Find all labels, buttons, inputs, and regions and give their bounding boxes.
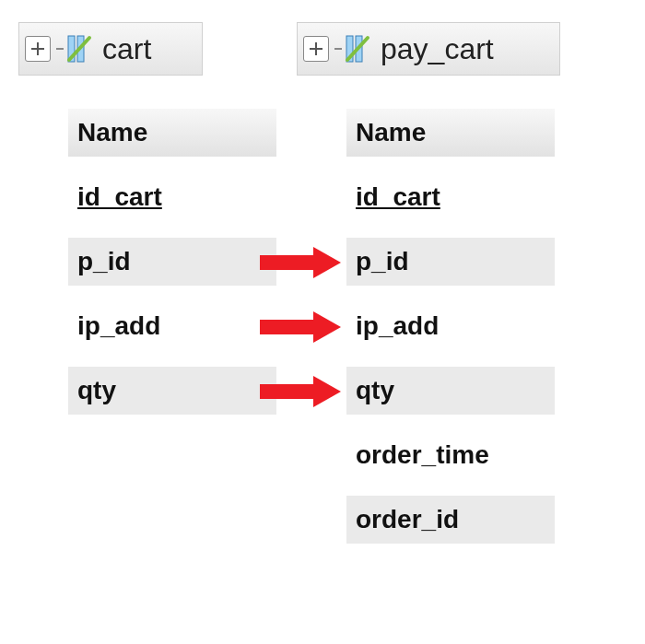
table-title-cart: cart bbox=[102, 32, 151, 66]
connector-dash bbox=[56, 48, 64, 50]
column-header: Name bbox=[346, 109, 555, 157]
columns-cart: Name id_cart p_id ip_add qty bbox=[68, 109, 276, 415]
expand-icon[interactable] bbox=[303, 36, 329, 62]
connector-dash bbox=[334, 48, 342, 50]
table-title-pay-cart: pay_cart bbox=[381, 32, 494, 66]
table-pay-cart: pay_cart Name id_cart p_id ip_add qty or… bbox=[297, 22, 560, 560]
column-p-id: p_id bbox=[68, 238, 276, 286]
table-header-pay-cart: pay_cart bbox=[297, 22, 560, 76]
column-order-id: order_id bbox=[346, 496, 555, 544]
column-order-time: order_time bbox=[346, 431, 555, 479]
expand-icon[interactable] bbox=[25, 36, 51, 62]
table-icon bbox=[344, 32, 371, 65]
column-id-cart: id_cart bbox=[346, 173, 555, 221]
arrow-ip-add bbox=[260, 311, 343, 343]
table-header-cart: cart bbox=[18, 22, 203, 76]
arrow-qty bbox=[260, 376, 343, 407]
column-qty: qty bbox=[346, 367, 555, 415]
column-header: Name bbox=[68, 109, 276, 157]
column-id-cart: id_cart bbox=[68, 173, 276, 221]
column-qty: qty bbox=[68, 367, 276, 415]
arrow-p-id bbox=[260, 247, 343, 278]
column-ip-add: ip_add bbox=[68, 302, 276, 350]
table-icon bbox=[65, 32, 93, 65]
column-ip-add: ip_add bbox=[346, 302, 555, 350]
columns-pay-cart: Name id_cart p_id ip_add qty order_time … bbox=[346, 109, 560, 544]
table-cart: cart Name id_cart p_id ip_add qty bbox=[18, 22, 276, 431]
column-p-id: p_id bbox=[346, 238, 555, 286]
